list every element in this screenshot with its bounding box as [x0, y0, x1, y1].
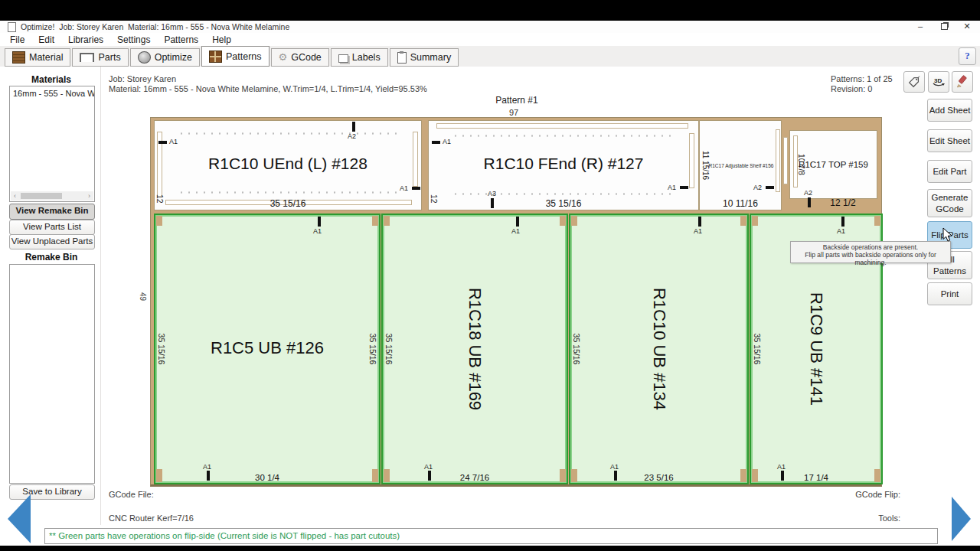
tab-gcode[interactable]: ⚙ GCode: [271, 48, 329, 67]
corner-cutout: [752, 216, 758, 226]
pattern-sheet[interactable]: A1 A2 A1 12 R1C10 UEnd (L) #128 35 15/16…: [150, 117, 882, 487]
scroll-left-icon[interactable]: ‹: [11, 191, 19, 201]
tab-optimize[interactable]: Optimize: [130, 48, 200, 67]
part-bottom-dim: 12 1/2: [806, 197, 880, 208]
scroll-thumb[interactable]: [21, 193, 62, 199]
mouse-cursor: [942, 227, 953, 246]
part-r1c10-fend[interactable]: A1 A3 A1 12 R1C10 FEnd (R) #127 35 15/16: [428, 120, 699, 210]
drill-row: [452, 135, 675, 137]
sheet-height-dim: 49: [139, 292, 147, 301]
close-button[interactable]: ✕: [956, 21, 978, 33]
part-r1c10-ub[interactable]: A1 35 15/16 R1C10 UB #134 A1 23 5/16: [569, 214, 749, 484]
edge-mark: [841, 217, 844, 227]
part-name: R1C17 TOP #159: [790, 160, 877, 169]
tab-material[interactable]: Material: [5, 48, 70, 67]
mark-label: A1: [668, 184, 676, 191]
part-name: R1C10 UEnd (L) #128: [155, 155, 421, 173]
corner-cutout: [384, 216, 390, 226]
edge-mark: [680, 186, 688, 189]
menu-edit[interactable]: Edit: [31, 34, 61, 45]
corner-cutout: [571, 216, 577, 226]
part-r1c5-ub[interactable]: A1 35 15/16 35 15/16 R1C5 UB #126 A1 30 …: [154, 214, 381, 484]
material-icon: [12, 51, 25, 64]
edge-mark: [318, 217, 321, 227]
material-list-item[interactable]: 16mm - 555 - Nova W: [10, 86, 94, 98]
menu-libraries[interactable]: Libraries: [61, 34, 110, 45]
tab-summary[interactable]: Summary: [390, 48, 459, 67]
remake-bin-list[interactable]: [9, 264, 95, 484]
menu-bar: File Edit Libraries Settings Patterns He…: [0, 33, 980, 46]
edit-part-button[interactable]: Edit Part: [927, 160, 972, 183]
part-r1c17-top[interactable]: 10 7/8 R1C17 TOP #159 A2: [789, 130, 877, 199]
flip-side-message: ** Green parts have operations on flip-s…: [44, 528, 938, 544]
view-remake-bin-button[interactable]: View Remake Bin: [9, 204, 95, 220]
part-bottom-dim: 24 7/16: [383, 473, 567, 482]
view-unplaced-parts-button[interactable]: View Unplaced Parts: [9, 234, 95, 249]
edit-drawing-button[interactable]: [952, 71, 973, 93]
drill-row: [178, 191, 398, 194]
menu-help[interactable]: Help: [205, 34, 238, 45]
part-r1c17-shelf[interactable]: 11 15/16 R1C17 Adjustable Shelf #156 A2 …: [699, 120, 782, 210]
tools-label: Tools:: [839, 514, 900, 523]
edge-mark: [158, 141, 167, 144]
tab-labels[interactable]: Labels: [331, 48, 388, 67]
tab-parts[interactable]: Parts: [72, 48, 128, 67]
material-label: Material: 16mm - 555 - Nova White Melami…: [109, 84, 427, 93]
gcode-flip-label: GCode Flip:: [824, 490, 900, 499]
groove: [436, 123, 688, 129]
tab-material-label: Material: [29, 52, 63, 63]
sidebar-separator: [100, 67, 101, 525]
edge-mark: [432, 141, 440, 144]
3d-view-icon: 3D: [931, 74, 946, 90]
edge-mark: [808, 197, 811, 207]
part-r1c18-ub[interactable]: A1 35 15/16 R1C18 UB #169 A1 24 7/16: [381, 214, 568, 484]
previous-pattern-arrow[interactable]: [8, 494, 31, 543]
restore-icon: [941, 23, 948, 30]
menu-settings[interactable]: Settings: [110, 34, 157, 45]
gcode-file-label: GCode File:: [109, 490, 154, 499]
part-bottom-dim: 30 1/4: [155, 473, 379, 482]
mark-label: A1: [400, 184, 408, 192]
edit-sheet-button[interactable]: Edit Sheet: [927, 129, 972, 152]
tooltip-line2: Flip all parts with backside operations …: [791, 251, 950, 266]
part-bottom-dim: 23 5/16: [570, 473, 747, 482]
scroll-right-icon[interactable]: ›: [85, 191, 93, 201]
add-sheet-button[interactable]: Add Sheet: [927, 99, 972, 122]
menu-file[interactable]: File: [3, 34, 31, 45]
view-parts-list-button[interactable]: View Parts List: [9, 220, 95, 235]
part-cell-r1c17-top[interactable]: 10 7/8 R1C17 TOP #159 A2 12 1/2: [783, 120, 880, 209]
app-icon: [8, 22, 16, 32]
summary-icon: [397, 52, 407, 64]
view-3d-button[interactable]: 3D: [928, 71, 949, 93]
menu-patterns[interactable]: Patterns: [157, 34, 205, 45]
window-title: Optimize! Job: Storey Karen Material: 16…: [21, 22, 289, 31]
next-pattern-arrow[interactable]: [952, 497, 971, 541]
part-bottom-dim: 10 11/16: [700, 198, 781, 209]
tab-patterns-label: Patterns: [226, 51, 262, 62]
labels-tool-button[interactable]: [903, 71, 925, 93]
tab-summary-label: Summary: [410, 52, 451, 63]
help-button[interactable]: ?: [959, 47, 976, 65]
pencil-icon: [956, 75, 969, 89]
minimize-button[interactable]: –: [909, 21, 932, 33]
mark-label: A1: [169, 138, 178, 145]
materials-hscrollbar[interactable]: ‹ ›: [11, 191, 93, 201]
tab-gcode-label: GCode: [291, 52, 322, 63]
generate-gcode-button[interactable]: Generate GCode: [927, 189, 972, 217]
mark-label: A2: [753, 184, 762, 191]
tab-patterns[interactable]: Patterns: [201, 46, 270, 67]
materials-list[interactable]: 16mm - 555 - Nova W ‹ ›: [9, 86, 95, 202]
part-name: R1C10 FEnd (R) #127: [429, 155, 698, 173]
edge-mark: [698, 217, 701, 227]
print-button[interactable]: Print: [927, 282, 972, 305]
patterns-count-label: Patterns: 1 of 25: [831, 74, 893, 83]
drill-row: [178, 132, 398, 135]
sheet-width-dim: 97: [475, 108, 552, 117]
part-bottom-dim: 35 15/16: [155, 198, 421, 209]
mark-label: A1: [313, 227, 322, 235]
part-r1c10-uend[interactable]: A1 A2 A1 12 R1C10 UEnd (L) #128 35 15/16: [154, 120, 422, 210]
restore-button[interactable]: [933, 21, 956, 33]
mark-label: A1: [610, 463, 619, 471]
bottom-black-bar: [0, 546, 980, 551]
mark-label: A1: [694, 227, 702, 235]
